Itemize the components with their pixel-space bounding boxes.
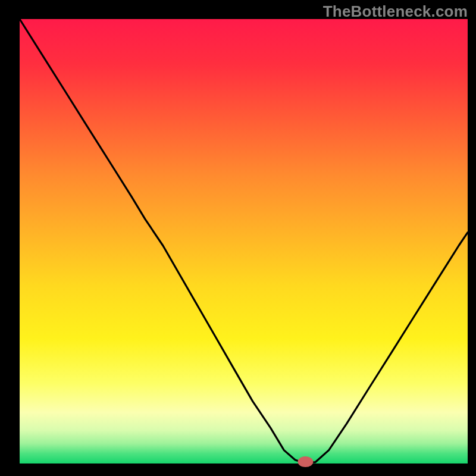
- optimal-point-marker: [298, 456, 313, 467]
- bottleneck-chart: [0, 0, 476, 476]
- chart-frame: TheBottleneck.com: [0, 0, 476, 476]
- gradient-background: [20, 19, 468, 464]
- watermark-text: TheBottleneck.com: [323, 2, 468, 21]
